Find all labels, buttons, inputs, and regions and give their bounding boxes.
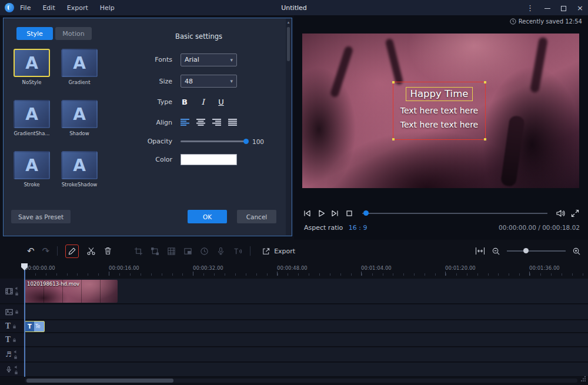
lock-icon[interactable] [15, 292, 19, 296]
font-select[interactable]: Arial ▾ [181, 53, 237, 66]
scrollbar-thumb[interactable] [26, 379, 173, 383]
crop-tool-button[interactable] [134, 247, 143, 256]
text-overlay-selection[interactable]: Happy Time Text here text here Text here… [393, 82, 486, 140]
size-select[interactable]: 48 ▾ [181, 75, 237, 88]
color-swatch[interactable] [181, 154, 237, 165]
undo-button[interactable]: ↶ [27, 247, 35, 256]
selection-handle[interactable] [392, 81, 395, 83]
menu-export[interactable]: Export [67, 4, 88, 12]
mosaic-tool-button[interactable] [167, 247, 176, 256]
menu-file[interactable]: File [20, 4, 31, 12]
lock-icon[interactable] [15, 310, 19, 314]
split-tool-button[interactable] [86, 246, 96, 256]
align-center-icon[interactable] [196, 119, 205, 126]
cancel-button[interactable]: Cancel [237, 210, 276, 223]
edit-tool-button-active[interactable] [65, 245, 79, 258]
more-menu-icon[interactable]: ⋮ [526, 4, 534, 12]
stop-button[interactable] [345, 209, 354, 218]
speed-tool-button[interactable] [200, 247, 209, 256]
preset-shadow[interactable]: A Shadow [61, 100, 98, 136]
transform-tool-button[interactable] [151, 247, 159, 256]
scroll-up-icon[interactable]: ▴ [286, 19, 291, 25]
minimize-button[interactable] [544, 4, 550, 12]
time-ruler[interactable]: 00:00:00.00 00:00:16.00 00:00:32.00 00:0… [0, 263, 588, 276]
opacity-slider-knob[interactable] [243, 139, 249, 144]
mute-icon[interactable] [15, 286, 19, 290]
freeze-frame-tool-button[interactable] [183, 247, 192, 256]
underline-button[interactable]: U [217, 98, 225, 106]
save-as-preset-button[interactable]: Save as Preset [11, 210, 71, 223]
picture-track[interactable] [0, 304, 588, 320]
video-clip[interactable]: 1020198613-hd.mov [25, 280, 118, 303]
music-track-header: ♬ [0, 347, 24, 361]
text-to-speech-tool-button[interactable] [233, 247, 242, 256]
video-preview[interactable]: Happy Time Text here text here Text here… [302, 34, 579, 188]
timeline-horizontal-scrollbar[interactable] [25, 379, 577, 383]
selection-handle[interactable] [392, 138, 395, 140]
size-label: Size [124, 78, 181, 85]
menu-help[interactable]: Help [100, 4, 115, 12]
text-track-2[interactable]: T [0, 333, 588, 347]
seek-slider-knob[interactable] [363, 210, 369, 216]
play-button[interactable] [316, 209, 326, 218]
preset-gradientshadow[interactable]: A GradientSha... [14, 100, 50, 136]
timecode: 00:00:00.00 / 00:00:18.02 [499, 224, 580, 231]
maximize-button[interactable] [561, 4, 566, 12]
toolbar-divider [57, 246, 58, 256]
tab-style[interactable]: Style [16, 27, 53, 40]
opacity-slider[interactable] [181, 140, 246, 142]
resize-grip-icon[interactable] [580, 373, 586, 384]
aspect-ratio-value[interactable]: 16 : 9 [349, 224, 368, 232]
mute-icon[interactable] [14, 350, 18, 354]
fullscreen-icon[interactable] [570, 209, 580, 218]
delete-tool-button[interactable] [103, 246, 112, 256]
lock-icon[interactable] [14, 370, 18, 374]
playhead-line[interactable] [24, 265, 25, 377]
close-button[interactable]: × [577, 4, 583, 12]
italic-button[interactable]: I [199, 98, 207, 106]
ok-button[interactable]: OK [188, 210, 227, 223]
text-clip-selected[interactable]: T Te [25, 321, 45, 332]
opacity-label: Opacity [124, 138, 181, 145]
preset-nostyle[interactable]: A NoStyle [14, 49, 50, 85]
align-justify-icon[interactable] [228, 119, 237, 126]
voiceover-tool-button[interactable] [216, 247, 225, 256]
preset-strokeshadow[interactable]: A StrokeShadow [61, 151, 98, 188]
next-frame-button[interactable] [330, 209, 340, 218]
selection-handle[interactable] [484, 138, 486, 140]
picture-track-icon [5, 309, 13, 316]
volume-icon[interactable] [556, 209, 566, 218]
lock-icon[interactable] [14, 355, 18, 359]
preview-seek-slider[interactable] [362, 213, 547, 214]
lock-icon[interactable] [12, 338, 16, 342]
video-track[interactable]: 1020198613-hd.mov [0, 279, 588, 304]
panel-scrollbar[interactable]: ▴ [286, 19, 291, 235]
music-track[interactable]: ♬ [0, 347, 588, 362]
align-right-icon[interactable] [212, 119, 221, 126]
overlay-line-text[interactable]: Text here text here [400, 120, 478, 129]
zoom-in-button[interactable] [572, 247, 581, 256]
scrollbar-thumb[interactable] [287, 27, 290, 61]
overlay-line-text[interactable]: Text here text here [400, 106, 478, 115]
mute-icon[interactable] [14, 365, 18, 369]
text-track-1[interactable]: T T Te [0, 320, 588, 333]
audio-track[interactable] [0, 363, 588, 377]
align-left-icon[interactable] [181, 119, 189, 126]
bold-button[interactable]: B [181, 98, 189, 106]
menu-edit[interactable]: Edit [42, 4, 55, 12]
lock-icon[interactable] [12, 324, 16, 329]
zoom-slider-knob[interactable] [523, 248, 529, 253]
timeline-zoom-slider[interactable] [507, 250, 566, 252]
preset-label: Gradient [61, 79, 98, 85]
zoom-out-button[interactable] [492, 247, 500, 256]
fit-timeline-button[interactable] [475, 247, 485, 255]
tab-motion[interactable]: Motion [55, 27, 92, 40]
selection-handle[interactable] [484, 81, 486, 83]
preset-stroke[interactable]: A Stroke [14, 151, 50, 188]
overlay-title-text[interactable]: Happy Time [406, 87, 473, 101]
redo-button[interactable]: ↷ [42, 247, 50, 256]
preset-gradient[interactable]: A Gradient [61, 49, 98, 85]
timeline-export-button[interactable]: Export [262, 247, 295, 256]
app-window: File Edit Export Help Untitled ⋮ × Style… [0, 0, 588, 385]
previous-frame-button[interactable] [302, 209, 312, 218]
